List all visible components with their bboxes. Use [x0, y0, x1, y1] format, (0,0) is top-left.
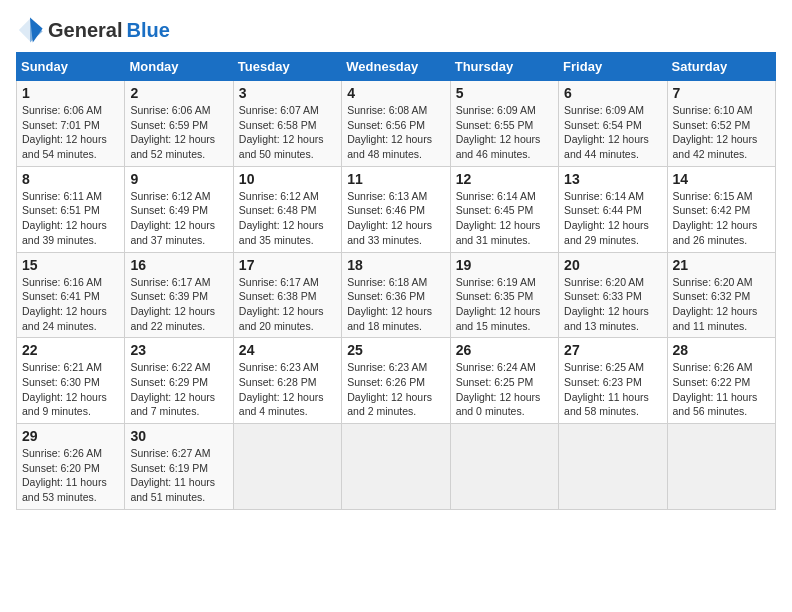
day-info: Sunrise: 6:22 AM Sunset: 6:29 PM Dayligh…: [130, 360, 227, 419]
day-info: Sunrise: 6:12 AM Sunset: 6:48 PM Dayligh…: [239, 189, 336, 248]
day-number: 24: [239, 342, 336, 358]
day-info: Sunrise: 6:20 AM Sunset: 6:33 PM Dayligh…: [564, 275, 661, 334]
calendar-cell: 17Sunrise: 6:17 AM Sunset: 6:38 PM Dayli…: [233, 252, 341, 338]
day-number: 3: [239, 85, 336, 101]
day-number: 19: [456, 257, 553, 273]
calendar-cell: 24Sunrise: 6:23 AM Sunset: 6:28 PM Dayli…: [233, 338, 341, 424]
calendar-week-row: 8Sunrise: 6:11 AM Sunset: 6:51 PM Daylig…: [17, 166, 776, 252]
calendar-cell: 7Sunrise: 6:10 AM Sunset: 6:52 PM Daylig…: [667, 81, 775, 167]
day-number: 13: [564, 171, 661, 187]
day-info: Sunrise: 6:27 AM Sunset: 6:19 PM Dayligh…: [130, 446, 227, 505]
logo-icon: [16, 16, 44, 44]
day-number: 10: [239, 171, 336, 187]
day-number: 17: [239, 257, 336, 273]
calendar-week-row: 1Sunrise: 6:06 AM Sunset: 7:01 PM Daylig…: [17, 81, 776, 167]
day-number: 29: [22, 428, 119, 444]
day-info: Sunrise: 6:12 AM Sunset: 6:49 PM Dayligh…: [130, 189, 227, 248]
day-info: Sunrise: 6:09 AM Sunset: 6:54 PM Dayligh…: [564, 103, 661, 162]
calendar-cell: 9Sunrise: 6:12 AM Sunset: 6:49 PM Daylig…: [125, 166, 233, 252]
calendar-cell: 27Sunrise: 6:25 AM Sunset: 6:23 PM Dayli…: [559, 338, 667, 424]
calendar-cell: 10Sunrise: 6:12 AM Sunset: 6:48 PM Dayli…: [233, 166, 341, 252]
day-info: Sunrise: 6:06 AM Sunset: 7:01 PM Dayligh…: [22, 103, 119, 162]
calendar-cell: 25Sunrise: 6:23 AM Sunset: 6:26 PM Dayli…: [342, 338, 450, 424]
day-number: 14: [673, 171, 770, 187]
day-info: Sunrise: 6:11 AM Sunset: 6:51 PM Dayligh…: [22, 189, 119, 248]
day-number: 27: [564, 342, 661, 358]
day-number: 28: [673, 342, 770, 358]
day-info: Sunrise: 6:24 AM Sunset: 6:25 PM Dayligh…: [456, 360, 553, 419]
day-info: Sunrise: 6:18 AM Sunset: 6:36 PM Dayligh…: [347, 275, 444, 334]
day-number: 7: [673, 85, 770, 101]
calendar-cell: 5Sunrise: 6:09 AM Sunset: 6:55 PM Daylig…: [450, 81, 558, 167]
calendar-cell: 14Sunrise: 6:15 AM Sunset: 6:42 PM Dayli…: [667, 166, 775, 252]
calendar-cell: 1Sunrise: 6:06 AM Sunset: 7:01 PM Daylig…: [17, 81, 125, 167]
day-number: 11: [347, 171, 444, 187]
column-header-monday: Monday: [125, 53, 233, 81]
day-number: 25: [347, 342, 444, 358]
day-number: 26: [456, 342, 553, 358]
day-number: 2: [130, 85, 227, 101]
calendar-cell: 18Sunrise: 6:18 AM Sunset: 6:36 PM Dayli…: [342, 252, 450, 338]
day-info: Sunrise: 6:14 AM Sunset: 6:45 PM Dayligh…: [456, 189, 553, 248]
day-number: 15: [22, 257, 119, 273]
day-number: 12: [456, 171, 553, 187]
day-number: 6: [564, 85, 661, 101]
calendar-header-row: SundayMondayTuesdayWednesdayThursdayFrid…: [17, 53, 776, 81]
calendar-cell: [667, 424, 775, 510]
calendar-cell: 13Sunrise: 6:14 AM Sunset: 6:44 PM Dayli…: [559, 166, 667, 252]
calendar-cell: 22Sunrise: 6:21 AM Sunset: 6:30 PM Dayli…: [17, 338, 125, 424]
day-number: 1: [22, 85, 119, 101]
day-info: Sunrise: 6:26 AM Sunset: 6:22 PM Dayligh…: [673, 360, 770, 419]
day-info: Sunrise: 6:09 AM Sunset: 6:55 PM Dayligh…: [456, 103, 553, 162]
column-header-thursday: Thursday: [450, 53, 558, 81]
day-number: 18: [347, 257, 444, 273]
calendar-cell: [450, 424, 558, 510]
calendar-cell: 8Sunrise: 6:11 AM Sunset: 6:51 PM Daylig…: [17, 166, 125, 252]
day-number: 30: [130, 428, 227, 444]
day-info: Sunrise: 6:08 AM Sunset: 6:56 PM Dayligh…: [347, 103, 444, 162]
calendar-cell: 29Sunrise: 6:26 AM Sunset: 6:20 PM Dayli…: [17, 424, 125, 510]
calendar-cell: 23Sunrise: 6:22 AM Sunset: 6:29 PM Dayli…: [125, 338, 233, 424]
column-header-tuesday: Tuesday: [233, 53, 341, 81]
column-header-sunday: Sunday: [17, 53, 125, 81]
day-info: Sunrise: 6:23 AM Sunset: 6:28 PM Dayligh…: [239, 360, 336, 419]
day-info: Sunrise: 6:14 AM Sunset: 6:44 PM Dayligh…: [564, 189, 661, 248]
calendar-cell: 15Sunrise: 6:16 AM Sunset: 6:41 PM Dayli…: [17, 252, 125, 338]
calendar-cell: [559, 424, 667, 510]
day-info: Sunrise: 6:20 AM Sunset: 6:32 PM Dayligh…: [673, 275, 770, 334]
day-info: Sunrise: 6:23 AM Sunset: 6:26 PM Dayligh…: [347, 360, 444, 419]
header: GeneralBlue: [16, 16, 776, 44]
day-info: Sunrise: 6:06 AM Sunset: 6:59 PM Dayligh…: [130, 103, 227, 162]
calendar-table: SundayMondayTuesdayWednesdayThursdayFrid…: [16, 52, 776, 510]
day-number: 20: [564, 257, 661, 273]
calendar-cell: 6Sunrise: 6:09 AM Sunset: 6:54 PM Daylig…: [559, 81, 667, 167]
calendar-cell: 4Sunrise: 6:08 AM Sunset: 6:56 PM Daylig…: [342, 81, 450, 167]
calendar-cell: [342, 424, 450, 510]
column-header-friday: Friday: [559, 53, 667, 81]
calendar-week-row: 15Sunrise: 6:16 AM Sunset: 6:41 PM Dayli…: [17, 252, 776, 338]
day-info: Sunrise: 6:16 AM Sunset: 6:41 PM Dayligh…: [22, 275, 119, 334]
calendar-cell: [233, 424, 341, 510]
calendar-cell: 2Sunrise: 6:06 AM Sunset: 6:59 PM Daylig…: [125, 81, 233, 167]
day-info: Sunrise: 6:19 AM Sunset: 6:35 PM Dayligh…: [456, 275, 553, 334]
calendar-cell: 16Sunrise: 6:17 AM Sunset: 6:39 PM Dayli…: [125, 252, 233, 338]
day-number: 5: [456, 85, 553, 101]
calendar-cell: 30Sunrise: 6:27 AM Sunset: 6:19 PM Dayli…: [125, 424, 233, 510]
calendar-cell: 12Sunrise: 6:14 AM Sunset: 6:45 PM Dayli…: [450, 166, 558, 252]
calendar-cell: 26Sunrise: 6:24 AM Sunset: 6:25 PM Dayli…: [450, 338, 558, 424]
logo-general: General: [48, 19, 122, 42]
logo: GeneralBlue: [16, 16, 170, 44]
calendar-cell: 19Sunrise: 6:19 AM Sunset: 6:35 PM Dayli…: [450, 252, 558, 338]
day-info: Sunrise: 6:26 AM Sunset: 6:20 PM Dayligh…: [22, 446, 119, 505]
day-info: Sunrise: 6:17 AM Sunset: 6:38 PM Dayligh…: [239, 275, 336, 334]
calendar-cell: 28Sunrise: 6:26 AM Sunset: 6:22 PM Dayli…: [667, 338, 775, 424]
day-info: Sunrise: 6:25 AM Sunset: 6:23 PM Dayligh…: [564, 360, 661, 419]
day-info: Sunrise: 6:17 AM Sunset: 6:39 PM Dayligh…: [130, 275, 227, 334]
calendar-cell: 3Sunrise: 6:07 AM Sunset: 6:58 PM Daylig…: [233, 81, 341, 167]
day-number: 23: [130, 342, 227, 358]
column-header-wednesday: Wednesday: [342, 53, 450, 81]
calendar-week-row: 29Sunrise: 6:26 AM Sunset: 6:20 PM Dayli…: [17, 424, 776, 510]
day-info: Sunrise: 6:13 AM Sunset: 6:46 PM Dayligh…: [347, 189, 444, 248]
day-info: Sunrise: 6:21 AM Sunset: 6:30 PM Dayligh…: [22, 360, 119, 419]
day-number: 8: [22, 171, 119, 187]
